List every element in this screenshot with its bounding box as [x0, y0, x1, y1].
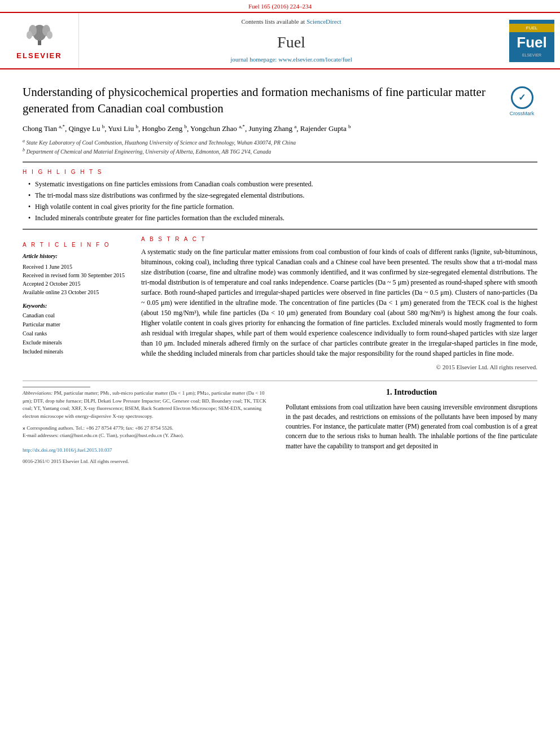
highlight-item-2: The tri-modal mass size distributions wa… — [28, 191, 537, 200]
article-title: Understanding of physicochemical propert… — [23, 84, 501, 116]
keywords-section: Keywords: Canadian coal Particular matte… — [23, 302, 130, 356]
email-addresses: E-mail addresses: ctian@hust.edu.cn (C. … — [23, 432, 274, 439]
article-history-label: Article history: — [23, 252, 130, 260]
crossmark-section[interactable]: ✓ CrossMark — [506, 86, 537, 117]
article-info-abstract: A R T I C L E I N F O Article history: R… — [23, 235, 537, 372]
fuel-badge-title: Fuel — [517, 32, 546, 53]
divider-mid — [23, 229, 537, 230]
highlights-label: H I G H L I G H T S — [23, 168, 537, 176]
abstract-col: A B S T R A C T A systematic study on th… — [141, 235, 537, 372]
abstract-text: A systematic study on the fine particula… — [141, 247, 537, 359]
doi-line[interactable]: http://dx.doi.org/10.1016/j.fuel.2015.10… — [23, 444, 274, 455]
article-info-col: A R T I C L E I N F O Article history: R… — [23, 235, 130, 372]
crossmark-label: CrossMark — [510, 110, 535, 117]
fuel-badge-subtitle: ELSEVIER — [522, 53, 541, 58]
intro-left: Abbreviations: PM, particular matter; PM… — [23, 387, 274, 465]
highlights-list: Systematic investigations on fine partic… — [23, 180, 537, 222]
affiliations: a State Key Laboratory of Coal Combustio… — [23, 138, 537, 156]
elsevier-tree-icon — [23, 20, 56, 49]
sciencedirect-link[interactable]: ScienceDirect — [307, 18, 342, 25]
keywords-label: Keywords: — [23, 302, 130, 310]
elsevier-brand: ELSEVIER — [16, 51, 62, 61]
authors-line: Chong Tian a,*, Qingye Lu b, Yuxi Liu b,… — [23, 123, 537, 134]
journal-homepage: journal homepage: www.elsevier.com/locat… — [230, 55, 352, 64]
highlight-item-1: Systematic investigations on fine partic… — [28, 180, 537, 189]
intro-right: 1. Introduction Pollutant emissions from… — [286, 387, 537, 465]
copyright-line: © 2015 Elsevier Ltd. All rights reserved… — [141, 363, 537, 372]
received-date: Received 1 June 2015 — [23, 263, 130, 271]
keyword-1: Canadian coal — [23, 311, 130, 320]
abbreviations-label: Abbreviations: — [23, 390, 53, 396]
abbreviations-text: PM, particular matter; PM₅, sub-micro pa… — [23, 390, 266, 419]
crossmark-icon: ✓ — [511, 86, 533, 109]
article-title-section: Understanding of physicochemical propert… — [23, 84, 537, 117]
highlights-section: H I G H L I G H T S Systematic investiga… — [23, 168, 537, 222]
fuel-badge-top: FUEL — [509, 24, 554, 32]
keyword-2: Particular matter — [23, 320, 130, 329]
fuel-logo-right: FUEL Fuel ELSEVIER — [504, 13, 560, 68]
corresponding-authors: ⁎ Corresponding authors. Tel.: +86 27 87… — [23, 425, 274, 432]
accepted-date: Accepted 2 October 2015 — [23, 279, 130, 288]
elsevier-logo-section: ELSEVIER — [0, 13, 79, 68]
article-info-label: A R T I C L E I N F O — [23, 241, 130, 249]
available-date: Available online 23 October 2015 — [23, 288, 130, 296]
introduction-text: Pollutant emissions from coal utilizatio… — [286, 403, 537, 451]
divider-top — [23, 161, 537, 163]
highlight-item-3: High volatile content in coal gives prio… — [28, 202, 537, 212]
main-content: Understanding of physicochemical propert… — [0, 69, 560, 477]
abstract-label: A B S T R A C T — [141, 235, 537, 243]
revised-date: Received in revised form 30 September 20… — [23, 271, 130, 279]
footer-divider — [23, 387, 90, 387]
keyword-3: Coal ranks — [23, 329, 130, 338]
introduction-title: 1. Introduction — [286, 387, 537, 398]
sciencedirect-line: Contents lists available at ScienceDirec… — [241, 18, 341, 26]
highlight-item-4: Included minerals contribute greater for… — [28, 213, 537, 223]
abbreviations-block: Abbreviations: PM, particular matter; PM… — [23, 390, 274, 420]
journal-center-header: Contents lists available at ScienceDirec… — [79, 13, 504, 68]
svg-point-5 — [47, 31, 53, 39]
journal-reference: Fuel 165 (2016) 224–234 — [0, 0, 560, 13]
journal-title: Fuel — [277, 31, 305, 53]
keyword-4: Exclude minerals — [23, 338, 130, 347]
introduction-section: Abbreviations: PM, particular matter; PM… — [23, 381, 537, 465]
journal-header: ELSEVIER Contents lists available at Sci… — [0, 13, 560, 69]
intro-cols: Abbreviations: PM, particular matter; PM… — [23, 387, 537, 465]
keyword-5: Included minerals — [23, 347, 130, 356]
doi-link[interactable]: http://dx.doi.org/10.1016/j.fuel.2015.10… — [23, 447, 112, 453]
issn-line: 0016-2361/© 2015 Elsevier Ltd. All right… — [23, 458, 274, 465]
fuel-badge: FUEL Fuel ELSEVIER — [509, 20, 554, 62]
svg-point-4 — [27, 31, 32, 39]
